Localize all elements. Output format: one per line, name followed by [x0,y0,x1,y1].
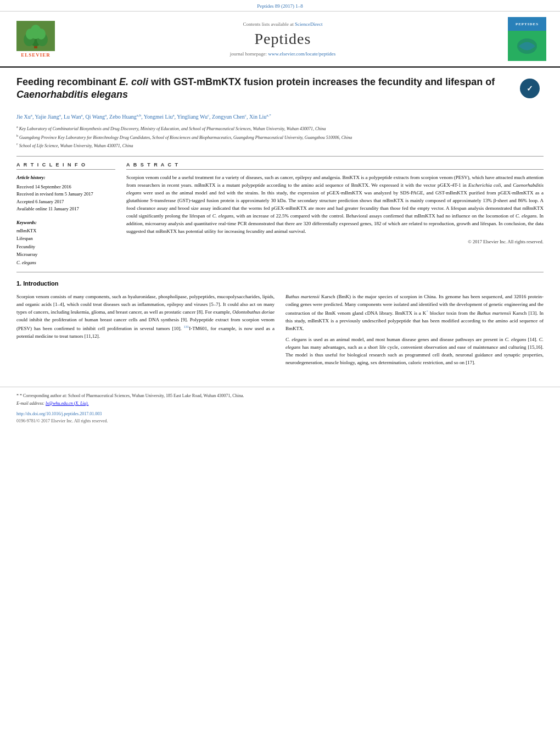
logo-green-section [508,31,546,61]
elsevier-tree-image [16,21,55,51]
email-line: E-mail address: lx@whu.edu.cn (X. Liu). [16,400,544,407]
journal-citation: Peptides 89 (2017) 1–8 [257,3,303,9]
journal-name: Peptides [66,30,500,48]
journal-center: Contents lists available at ScienceDirec… [66,17,500,61]
journal-header: ELSEVIER Contents lists available at Sci… [0,12,560,68]
contents-line: Contents lists available at ScienceDirec… [66,21,500,27]
page-footer: * * Corresponding author at: School of P… [0,387,560,429]
doi-link[interactable]: http://dx.doi.org/10.1016/j.peptides.201… [16,411,102,416]
top-bar: Peptides 89 (2017) 1–8 [0,0,560,12]
article-content: Feeding recombinant E. coli with GST-mBm… [0,68,560,376]
article-info-label: A R T I C L E I N F O [16,162,115,170]
keyword-5: C. elegans [16,259,115,266]
peptides-logo: PEPTIDES [508,17,546,61]
homepage-line: journal homepage: www.elsevier.com/locat… [66,51,500,57]
svg-point-6 [37,29,46,40]
history-title: Article history: [16,174,115,182]
title-area: Feeding recombinant E. coli with GST-mBm… [16,76,544,106]
abstract-copyright: © 2017 Elsevier Inc. All rights reserved… [126,239,544,244]
email-label: E-mail address: [16,401,44,406]
article-info-abstract: A R T I C L E I N F O Article history: R… [16,162,544,266]
abstract-paragraph: Scorpion venom could be a useful treatme… [126,174,544,236]
body-left-para-1: Scorpion venom consists of many componen… [16,293,275,341]
sciencedirect-link[interactable]: ScienceDirect [295,21,322,27]
abstract-body: Scorpion venom could be a useful treatme… [126,174,544,236]
keywords-list: mBmKTX Lifespan Fecundity Microarray C. … [16,227,115,266]
received-revised-date: Received in revised form 5 January 2017 [16,191,115,198]
available-date: Available online 11 January 2017 [16,205,115,213]
affiliations: a Key Laboratory of Combinatorial Biosyn… [16,125,544,149]
article-history: Article history: Received 14 September 2… [16,174,115,213]
keyword-3: Fecundity [16,243,115,250]
received-date: Received 14 September 2016 [16,183,115,191]
svg-point-5 [26,29,35,40]
body-left-column: Scorpion venom consists of many componen… [16,293,275,370]
keyword-4: Microarray [16,250,115,258]
body-section: 1. Introduction Scorpion venom consists … [16,280,544,370]
affiliation-b: b Guangdong Province Key Laboratory for … [16,133,544,141]
footnote-section: * * Corresponding author at: School of P… [16,393,544,407]
homepage-link[interactable]: www.elsevier.com/locate/peptides [268,51,335,57]
body-right-para-2: C. elegans is used as an animal model, a… [285,336,544,367]
abstract-label: A B S T R A C T [126,162,544,170]
keyword-1: mBmKTX [16,227,115,235]
body-right-column: Buthus martensii Karsch (BmK) is the maj… [285,293,544,370]
article-title: Feeding recombinant E. coli with GST-mBm… [16,76,508,102]
abstract-column: A B S T R A C T Scorpion venom could be … [126,162,544,266]
body-two-col: Scorpion venom consists of many componen… [16,293,544,370]
keywords-title: Keywords: [16,220,115,225]
crossmark-logo[interactable]: ✓ [516,76,544,98]
keywords-section: Keywords: mBmKTX Lifespan Fecundity Micr… [16,220,115,266]
elsevier-logo: ELSEVIER [11,17,60,61]
affiliation-c: c School of Life Science, Wuhan Universi… [16,142,544,149]
authors-line: Jie Xua, Yajie Jianga, Lu Wana, Qi Wanga… [16,113,544,121]
logo-text: PEPTIDES [514,21,540,27]
keyword-2: Lifespan [16,235,115,242]
accepted-date: Accepted 6 January 2017 [16,198,115,206]
page: Peptides 89 (2017) 1–8 ELSEVIER [0,0,560,742]
homepage-text: journal homepage: [230,51,267,57]
contents-text: Contents lists available at [243,21,294,27]
article-info-column: A R T I C L E I N F O Article history: R… [16,162,115,266]
logo-top-section: PEPTIDES [508,17,546,31]
section-1-title: 1. Introduction [16,280,544,287]
footer-copyright: 0196-9781/© 2017 Elsevier Inc. All right… [16,419,544,423]
elsevier-text: ELSEVIER [21,52,51,58]
corresponding-note: * * Corresponding author at: School of P… [16,393,544,399]
crossmark-circle: ✓ [520,79,540,98]
email-link[interactable]: lx@whu.edu.cn (X. Liu). [46,401,88,406]
affiliation-a: a Key Laboratory of Combinatorial Biosyn… [16,125,544,132]
footer-links: http://dx.doi.org/10.1016/j.peptides.201… [16,411,544,416]
body-right-para-1: Buthus martensii Karsch (BmK) is the maj… [285,293,544,333]
title-text-block: Feeding recombinant E. coli with GST-mBm… [16,76,508,106]
divider-1 [16,156,544,157]
divider-2 [16,272,544,272]
journal-logo-box: PEPTIDES [505,17,549,61]
